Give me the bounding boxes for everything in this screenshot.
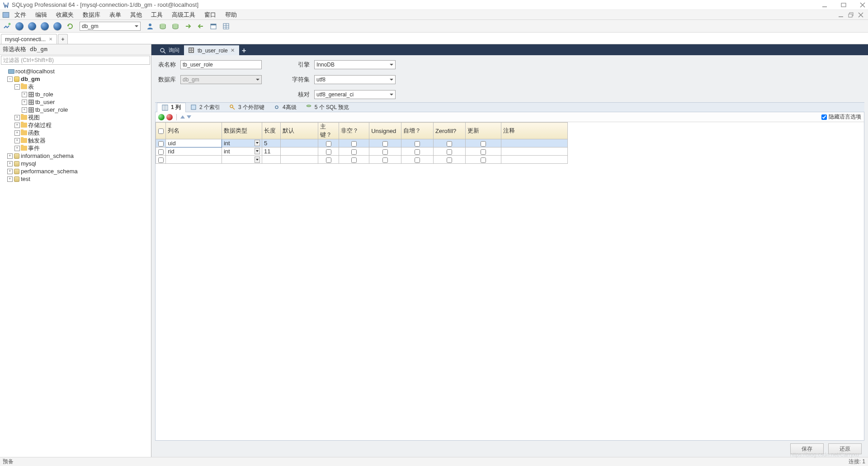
cell-default[interactable] bbox=[280, 139, 318, 147]
toolbar-sphere-3[interactable] bbox=[40, 21, 50, 31]
tab-query[interactable]: 询问 bbox=[155, 45, 184, 55]
cell-unsigned[interactable] bbox=[382, 141, 388, 147]
toolbar-db-icon-1[interactable] bbox=[158, 21, 168, 31]
cell-datatype[interactable]: int bbox=[222, 147, 262, 156]
add-row-icon[interactable] bbox=[158, 114, 165, 120]
toolbar-sphere-1[interactable] bbox=[14, 21, 24, 31]
col-default[interactable]: 默认 bbox=[280, 123, 318, 139]
cell-pk[interactable] bbox=[326, 149, 331, 155]
connection-tab[interactable]: mysql-connecti... ✕ bbox=[1, 34, 57, 44]
hide-language-options[interactable]: 隐藏语言选项 bbox=[821, 113, 861, 121]
cell-zerofill[interactable] bbox=[447, 157, 452, 163]
menu-table[interactable]: 表单 bbox=[105, 10, 126, 20]
select-all-checkbox[interactable] bbox=[158, 128, 164, 134]
expand-icon[interactable]: + bbox=[14, 138, 20, 143]
cell-autoincr[interactable] bbox=[415, 149, 420, 155]
expand-icon[interactable]: + bbox=[14, 146, 20, 151]
col-update[interactable]: 更新 bbox=[465, 123, 501, 139]
collapse-icon[interactable]: − bbox=[7, 76, 13, 82]
cell-update[interactable] bbox=[481, 149, 486, 155]
toolbar-user-icon[interactable] bbox=[145, 21, 155, 31]
cell-default[interactable] bbox=[280, 147, 318, 156]
expand-icon[interactable]: + bbox=[14, 130, 20, 136]
subtab-indexes[interactable]: 2 个索引 bbox=[186, 102, 225, 112]
new-connection-icon[interactable] bbox=[2, 21, 12, 31]
close-button[interactable] bbox=[860, 2, 865, 8]
minimize-button[interactable] bbox=[822, 2, 827, 8]
cell-unsigned[interactable] bbox=[382, 157, 388, 163]
dropdown-icon[interactable] bbox=[255, 157, 260, 163]
cell-zerofill[interactable] bbox=[447, 141, 452, 147]
mdi-close-icon[interactable] bbox=[858, 12, 863, 18]
expand-icon[interactable]: + bbox=[7, 153, 13, 159]
cell-update[interactable] bbox=[481, 157, 486, 163]
mdi-minimize-icon[interactable] bbox=[838, 12, 844, 18]
hide-language-checkbox[interactable] bbox=[821, 114, 827, 120]
cell-length[interactable]: 11 bbox=[262, 147, 281, 156]
col-autoincr[interactable]: 自增？ bbox=[401, 123, 434, 139]
col-length[interactable]: 长度 bbox=[262, 123, 281, 139]
combo-collation[interactable]: utf8_general_ci bbox=[314, 90, 396, 99]
tree-db-item[interactable]: performance_schema bbox=[21, 167, 78, 175]
tree-db[interactable]: db_gm bbox=[21, 75, 40, 83]
toolbar-sphere-2[interactable] bbox=[27, 21, 37, 31]
row-checkbox[interactable] bbox=[158, 157, 164, 163]
refresh-icon[interactable] bbox=[65, 21, 75, 31]
subtab-foreign-keys[interactable]: 3 个外部键 bbox=[225, 102, 269, 112]
mdi-restore-icon[interactable] bbox=[848, 12, 854, 18]
remove-row-icon[interactable] bbox=[166, 114, 173, 120]
cell-datatype[interactable] bbox=[222, 156, 262, 164]
cell-autoincr[interactable] bbox=[415, 141, 420, 147]
close-icon[interactable]: ✕ bbox=[48, 37, 53, 42]
expand-icon[interactable]: + bbox=[14, 123, 20, 128]
table-row[interactable] bbox=[156, 156, 568, 164]
row-checkbox[interactable] bbox=[158, 149, 164, 155]
table-row[interactable]: rid int 11 bbox=[156, 147, 568, 156]
add-editor-tab[interactable]: + bbox=[239, 45, 249, 55]
cell-comment[interactable] bbox=[501, 156, 567, 164]
expand-icon[interactable]: + bbox=[7, 161, 13, 166]
dropdown-icon[interactable] bbox=[255, 140, 260, 146]
col-datatype[interactable]: 数据类型 bbox=[222, 123, 262, 139]
expand-icon[interactable]: + bbox=[7, 176, 13, 182]
expand-icon[interactable]: + bbox=[22, 107, 27, 113]
input-table-name[interactable]: tb_user_role bbox=[180, 60, 262, 69]
menu-others[interactable]: 其他 bbox=[126, 10, 146, 20]
cell-comment[interactable] bbox=[501, 139, 567, 147]
combo-charset[interactable]: utf8 bbox=[314, 75, 396, 84]
tree-views-folder[interactable]: 视图 bbox=[28, 114, 40, 121]
cell-zerofill[interactable] bbox=[447, 149, 452, 155]
table-row[interactable]: uid int 5 bbox=[156, 139, 568, 147]
col-comment[interactable]: 注释 bbox=[501, 123, 567, 139]
toolbar-grid-icon[interactable] bbox=[221, 21, 231, 31]
combo-engine[interactable]: InnoDB bbox=[314, 60, 396, 69]
tree-table-item[interactable]: tb_user_role bbox=[35, 106, 68, 114]
cell-default[interactable] bbox=[280, 156, 318, 164]
toolbar-db-icon-2[interactable] bbox=[170, 21, 180, 31]
cell-length[interactable]: 5 bbox=[262, 139, 281, 147]
cell-autoincr[interactable] bbox=[415, 157, 420, 163]
toolbar-calendar-icon[interactable] bbox=[208, 21, 218, 31]
close-icon[interactable]: ✕ bbox=[231, 48, 235, 53]
col-zerofill[interactable]: Zerofill? bbox=[434, 123, 466, 139]
menu-help[interactable]: 帮助 bbox=[221, 10, 241, 20]
menu-favorites[interactable]: 收藏夹 bbox=[52, 10, 78, 20]
tree-funcs-folder[interactable]: 函数 bbox=[28, 129, 40, 137]
expand-icon[interactable]: + bbox=[22, 100, 27, 105]
tree-events-folder[interactable]: 事件 bbox=[28, 144, 40, 152]
tree-root[interactable]: root@localhost bbox=[15, 67, 55, 75]
cell-col-name[interactable] bbox=[166, 156, 222, 164]
database-selector[interactable]: db_gm bbox=[80, 22, 141, 31]
cell-notnull[interactable] bbox=[351, 157, 357, 163]
cell-notnull[interactable] bbox=[351, 141, 357, 147]
subtab-sql-preview[interactable]: 5 个 SQL 预览 bbox=[301, 102, 354, 112]
tree-db-item[interactable]: mysql bbox=[21, 160, 36, 167]
cell-length[interactable] bbox=[262, 156, 281, 164]
col-name[interactable]: 列名 bbox=[166, 123, 222, 139]
menu-edit[interactable]: 编辑 bbox=[31, 10, 52, 20]
tree-tables-folder[interactable]: 表 bbox=[28, 83, 34, 90]
tree-db-item[interactable]: test bbox=[21, 175, 30, 183]
expand-icon[interactable]: + bbox=[14, 115, 20, 120]
col-notnull[interactable]: 非空？ bbox=[339, 123, 369, 139]
tree-table-item[interactable]: tb_role bbox=[35, 90, 53, 98]
